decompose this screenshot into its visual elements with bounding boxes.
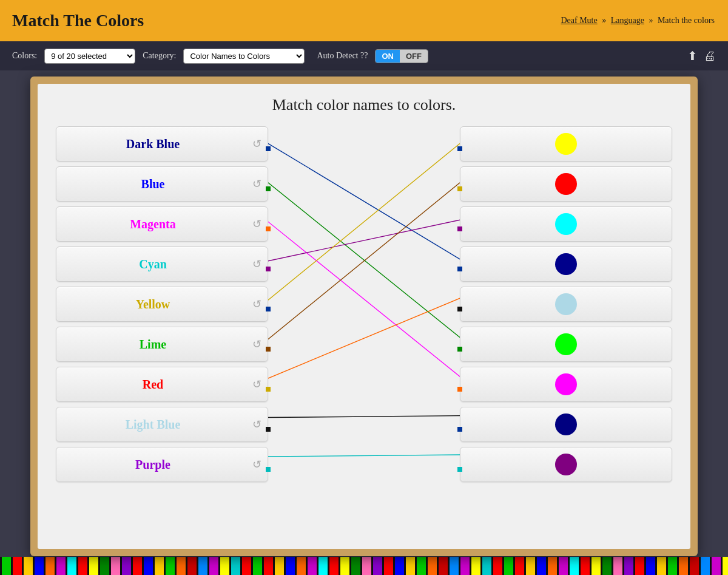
color-name-lime[interactable]: Lime ↺	[56, 327, 268, 362]
wb-title: Match color names to colors.	[56, 96, 672, 114]
svg-line-17	[268, 455, 460, 457]
reset-magenta-icon[interactable]: ↺	[252, 217, 261, 231]
circle-navy-btn[interactable]	[460, 407, 672, 442]
whiteboard: Match color names to colors. Dark Blue ↺	[38, 84, 690, 549]
red-circle	[555, 173, 577, 195]
svg-line-16	[268, 416, 460, 418]
whiteboard-content: Match color names to colors. Dark Blue ↺	[38, 84, 690, 549]
red-label: Red	[143, 378, 163, 392]
toolbar-icons: ⬆ 🖨	[687, 49, 716, 63]
color-name-red[interactable]: Red ↺	[56, 367, 268, 402]
upload-icon: ⬆	[687, 49, 698, 63]
circle-magenta-btn[interactable]	[460, 367, 672, 402]
auto-detect-toggle[interactable]: ON OFF	[375, 49, 428, 63]
purple-circle	[555, 454, 577, 475]
lime-circle	[555, 333, 577, 355]
circle-purple-btn[interactable]	[460, 447, 672, 482]
svg-rect-22	[457, 307, 462, 311]
breadcrumb: Deaf Mute » Language » Match the colors	[559, 16, 716, 26]
right-cyan-dot	[457, 221, 463, 227]
svg-rect-20	[457, 226, 462, 231]
nav-language[interactable]: Language	[611, 16, 644, 25]
reset-yellow-icon[interactable]: ↺	[252, 298, 261, 311]
color-name-yellow[interactable]: Yellow ↺	[56, 287, 268, 322]
purple-label: Purple	[135, 458, 170, 472]
cyan-label: Cyan	[139, 257, 167, 271]
color-name-purple[interactable]: Purple ↺	[56, 447, 268, 482]
color-name-light-blue[interactable]: Light Blue ↺	[56, 407, 268, 442]
navy-circle	[555, 413, 577, 435]
svg-line-15	[268, 298, 460, 378]
svg-rect-19	[457, 186, 462, 191]
svg-rect-21	[457, 267, 462, 271]
nav-chevron1: »	[602, 16, 606, 25]
svg-line-11	[268, 222, 460, 376]
circle-cyan-btn[interactable]	[460, 206, 672, 242]
reset-dark-blue-icon[interactable]: ↺	[252, 137, 261, 151]
lime-label: Lime	[140, 338, 166, 352]
toolbar: Colors: 9 of 20 selected Category: Color…	[0, 41, 728, 70]
matching-area: Dark Blue ↺ Blue ↺	[56, 126, 672, 482]
circle-yellow-btn[interactable]	[460, 126, 672, 162]
lines-container	[268, 126, 460, 482]
connection-lines	[268, 126, 460, 482]
print-icon: 🖨	[704, 49, 716, 63]
nav-chevron2: »	[649, 16, 653, 25]
reset-blue-icon[interactable]: ↺	[252, 177, 261, 191]
magenta-circle	[555, 373, 577, 395]
print-button[interactable]: 🖨	[704, 49, 716, 63]
svg-line-12	[268, 220, 460, 260]
color-name-magenta[interactable]: Magenta ↺	[56, 206, 268, 242]
category-label: Category:	[143, 51, 176, 61]
toggle-on-button[interactable]: ON	[376, 50, 400, 63]
light-blue-label: Light Blue	[126, 418, 181, 432]
svg-rect-24	[457, 387, 462, 392]
cyan-circle	[555, 213, 577, 235]
svg-rect-18	[457, 146, 462, 151]
dark-blue-label: Dark Blue	[126, 137, 180, 151]
right-darkblue-dot	[457, 261, 463, 267]
right-column	[460, 126, 672, 482]
right-magenta-dot	[457, 381, 463, 387]
svg-rect-25	[457, 427, 462, 432]
svg-rect-23	[457, 347, 462, 352]
circle-darkblue-btn[interactable]	[460, 247, 672, 282]
circle-lightblue-btn[interactable]	[460, 287, 672, 322]
circle-lime-btn[interactable]	[460, 327, 672, 362]
circle-red-btn[interactable]	[460, 166, 672, 202]
color-name-blue[interactable]: Blue ↺	[56, 166, 268, 202]
lightblue-circle	[555, 293, 577, 315]
colors-select[interactable]: 9 of 20 selected	[44, 49, 135, 64]
reset-purple-icon[interactable]: ↺	[252, 458, 261, 471]
reset-lime-icon[interactable]: ↺	[252, 338, 261, 351]
colors-label: Colors:	[12, 51, 37, 61]
reset-cyan-icon[interactable]: ↺	[252, 257, 261, 271]
right-lime-dot	[457, 341, 463, 347]
right-yellow-dot	[457, 141, 463, 147]
right-purple-dot	[457, 461, 463, 468]
right-lightblue-dot	[457, 301, 463, 307]
whiteboard-frame: Match color names to colors. Dark Blue ↺	[30, 77, 698, 556]
reset-light-blue-icon[interactable]: ↺	[252, 418, 261, 431]
svg-line-13	[268, 143, 460, 300]
yellow-label: Yellow	[136, 298, 170, 311]
darkblue-circle	[555, 253, 577, 275]
main-area: Match color names to colors. Dark Blue ↺	[0, 70, 728, 575]
app-title: Match The Colors	[12, 11, 144, 30]
color-name-cyan[interactable]: Cyan ↺	[56, 247, 268, 282]
toggle-off-button[interactable]: OFF	[400, 50, 428, 63]
nav-match: Match the colors	[658, 16, 715, 25]
pencil-decoration	[0, 557, 728, 575]
svg-rect-26	[457, 467, 462, 472]
nav-deaf-mute[interactable]: Deaf Mute	[561, 16, 597, 25]
auto-detect-label: Auto Detect ??	[317, 51, 368, 61]
blue-label: Blue	[141, 177, 165, 191]
color-name-dark-blue[interactable]: Dark Blue ↺	[56, 126, 268, 162]
yellow-circle	[555, 133, 577, 155]
category-select[interactable]: Color Names to Colors Colors to Color Na…	[183, 49, 305, 64]
reset-red-icon[interactable]: ↺	[252, 378, 261, 391]
right-navy-dot	[457, 421, 463, 427]
svg-line-9	[268, 143, 460, 259]
header: Match The Colors Deaf Mute » Language » …	[0, 0, 728, 41]
upload-button[interactable]: ⬆	[687, 49, 698, 63]
